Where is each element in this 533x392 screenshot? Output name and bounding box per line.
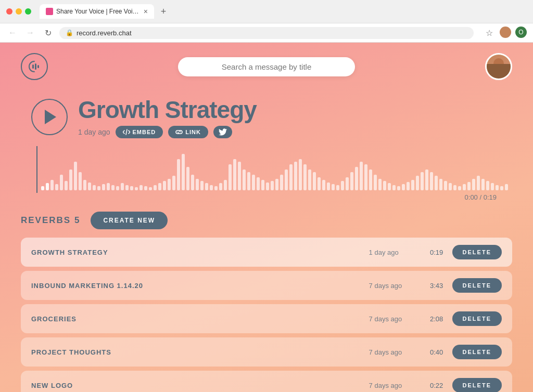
svg-rect-1 bbox=[35, 63, 36, 70]
search-input[interactable] bbox=[178, 57, 355, 76]
browser-tabs: Share Your Voice | Free Voice N... × + bbox=[40, 4, 171, 19]
player-info: Growth Strategy 1 day ago EMBED LINK bbox=[78, 96, 257, 138]
waveform-container[interactable]: 0:00 / 0:19 bbox=[31, 149, 502, 201]
reverb-name: GROWTH STRATEGY bbox=[31, 249, 369, 256]
waveform-bar bbox=[168, 179, 171, 190]
player-section: Growth Strategy 1 day ago EMBED LINK bbox=[0, 90, 533, 201]
reverb-item[interactable]: GROCERIES 7 days ago 2:08 DELETE bbox=[21, 304, 512, 333]
reverbs-section: REVERBS 5 CREATE NEW GROWTH STRATEGY 1 d… bbox=[0, 201, 533, 392]
link-button[interactable]: LINK bbox=[168, 126, 208, 138]
waveform-bar bbox=[327, 182, 330, 190]
waveform-bar bbox=[55, 184, 58, 190]
waveform-bar bbox=[130, 186, 133, 190]
waveform-bar bbox=[285, 169, 288, 190]
twitter-button[interactable] bbox=[213, 126, 232, 138]
waveform-bar bbox=[491, 183, 494, 190]
reverb-name: GROCERIES bbox=[31, 315, 369, 323]
address-bar[interactable]: 🔒 record.reverb.chat bbox=[59, 27, 474, 39]
play-button[interactable] bbox=[31, 99, 68, 135]
delete-button[interactable]: DELETE bbox=[452, 345, 502, 359]
delete-button[interactable]: DELETE bbox=[452, 311, 502, 326]
url-text: record.reverb.chat bbox=[77, 29, 132, 37]
waveform-bar bbox=[477, 176, 480, 190]
player-timestamp: 1 day ago bbox=[78, 128, 110, 136]
waveform-bar bbox=[261, 180, 264, 190]
waveform-bar bbox=[392, 185, 396, 190]
waveform-bar bbox=[500, 186, 503, 190]
active-tab[interactable]: Share Your Voice | Free Voice N... × bbox=[40, 4, 154, 19]
waveform-bar bbox=[435, 176, 438, 190]
waveform-bar bbox=[247, 172, 250, 190]
tab-title: Share Your Voice | Free Voice N... bbox=[56, 8, 141, 15]
waveform-bar bbox=[318, 177, 321, 190]
minimize-button[interactable] bbox=[16, 8, 22, 15]
user-profile-icon[interactable] bbox=[500, 27, 511, 38]
waveform-bar bbox=[481, 179, 485, 190]
waveform-bar bbox=[299, 159, 302, 190]
waveform-bar bbox=[182, 154, 185, 190]
svg-rect-2 bbox=[37, 65, 39, 68]
reverb-item[interactable]: INBOUND MARKETING 1.14.20 7 days ago 3:4… bbox=[21, 271, 512, 300]
browser-chrome: Share Your Voice | Free Voice N... × + ←… bbox=[0, 0, 533, 43]
waveform-bar bbox=[125, 185, 129, 190]
waveform-bar bbox=[421, 172, 424, 190]
waveform-bar bbox=[341, 181, 344, 190]
waveform bbox=[36, 149, 502, 190]
waveform-bar bbox=[411, 180, 414, 190]
waveform-bar bbox=[186, 167, 189, 190]
waveform-bar bbox=[191, 175, 194, 190]
waveform-bar bbox=[46, 183, 49, 190]
waveform-bar bbox=[458, 186, 461, 190]
waveform-bar bbox=[79, 172, 82, 190]
waveform-bar bbox=[336, 185, 339, 190]
waveform-bar bbox=[107, 183, 110, 190]
delete-button[interactable]: DELETE bbox=[452, 378, 502, 392]
reverb-duration: 2:08 bbox=[421, 315, 452, 323]
create-new-button[interactable]: CREATE NEW bbox=[91, 212, 168, 229]
tab-close-icon[interactable]: × bbox=[144, 7, 148, 16]
reverb-duration: 0:40 bbox=[421, 348, 452, 356]
back-button[interactable]: ← bbox=[6, 27, 19, 39]
close-button[interactable] bbox=[6, 8, 12, 15]
waveform-bar bbox=[116, 186, 119, 190]
waveform-bar bbox=[505, 184, 508, 190]
waveform-bar bbox=[486, 181, 489, 190]
new-tab-button[interactable]: + bbox=[156, 4, 171, 19]
waveform-bar bbox=[69, 169, 72, 190]
logo-icon bbox=[21, 53, 48, 80]
waveform-bar bbox=[149, 187, 152, 190]
waveform-bar bbox=[313, 172, 316, 190]
waveform-bar bbox=[154, 185, 157, 190]
reverbs-header: REVERBS 5 CREATE NEW bbox=[21, 212, 512, 229]
reverbs-title: REVERBS 5 bbox=[21, 215, 80, 226]
waveform-bar bbox=[388, 183, 391, 190]
embed-button[interactable]: EMBED bbox=[116, 126, 163, 138]
reverb-item[interactable]: GROWTH STRATEGY 1 day ago 0:19 DELETE bbox=[21, 238, 512, 267]
maximize-button[interactable] bbox=[25, 8, 31, 15]
extension-icon[interactable]: O bbox=[515, 27, 527, 38]
waveform-bar bbox=[88, 182, 91, 190]
waveform-bar bbox=[257, 177, 260, 190]
waveform-bar bbox=[97, 186, 100, 190]
waveform-bar bbox=[294, 162, 297, 190]
waveform-bar bbox=[472, 179, 475, 190]
delete-button[interactable]: DELETE bbox=[452, 278, 502, 293]
waveform-bar bbox=[416, 176, 419, 190]
forward-button[interactable]: → bbox=[24, 27, 36, 39]
refresh-button[interactable]: ↻ bbox=[42, 27, 54, 39]
reverb-timestamp: 7 days ago bbox=[369, 315, 421, 323]
delete-button[interactable]: DELETE bbox=[452, 245, 502, 259]
waveform-bar bbox=[407, 182, 410, 190]
reverb-timestamp: 7 days ago bbox=[369, 282, 421, 290]
reverb-item[interactable]: PROJECT THOUGHTS 7 days ago 0:40 DELETE bbox=[21, 337, 512, 367]
waveform-bar bbox=[93, 185, 96, 190]
waveform-bar bbox=[205, 183, 208, 190]
waveform-bar bbox=[280, 175, 283, 190]
tab-favicon bbox=[46, 8, 53, 15]
waveform-bar bbox=[332, 184, 335, 190]
reverb-timestamp: 7 days ago bbox=[369, 348, 421, 356]
reverb-item[interactable]: NEW LOGO 7 days ago 0:22 DELETE bbox=[21, 371, 512, 392]
browser-toolbar: ← → ↻ 🔒 record.reverb.chat ☆ O bbox=[0, 23, 533, 43]
star-icon[interactable]: ☆ bbox=[483, 27, 496, 39]
waveform-bar bbox=[252, 175, 255, 190]
